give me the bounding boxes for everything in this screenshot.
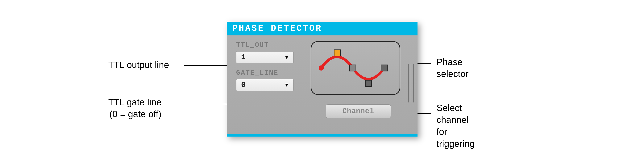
annotation-phase-selector: Phase selector <box>436 56 469 80</box>
phase-selector[interactable] <box>311 41 400 95</box>
annotation-ttl-gate: TTL gate line (0 = gate off) <box>108 96 162 120</box>
sine-wave-icon <box>312 42 400 94</box>
phase-detector-panel: PHASE DETECTOR TTL_OUT 1 ▼ GATE_LINE 0 <box>227 22 418 136</box>
bottom-accent-bar <box>227 134 418 136</box>
panel-title: PHASE DETECTOR <box>232 24 322 34</box>
svg-rect-3 <box>365 80 372 87</box>
chevron-down-icon: ▼ <box>284 54 290 60</box>
ttl-out-value: 1 <box>241 53 246 61</box>
svg-rect-4 <box>381 65 387 71</box>
resize-grip-icon[interactable] <box>408 64 414 103</box>
annotation-ttl-output: TTL output line <box>108 59 169 71</box>
chevron-down-icon: ▼ <box>284 82 290 88</box>
ttl-out-dropdown[interactable]: 1 ▼ <box>236 51 294 63</box>
channel-button-label: Channel <box>342 107 374 115</box>
gate-line-dropdown[interactable]: 0 ▼ <box>236 79 294 91</box>
svg-rect-1 <box>334 50 340 56</box>
channel-button[interactable]: Channel <box>326 104 391 118</box>
gate-line-value: 0 <box>241 81 246 89</box>
title-bar: PHASE DETECTOR <box>227 22 418 35</box>
annotation-line <box>184 65 233 66</box>
svg-rect-2 <box>350 65 356 71</box>
svg-point-0 <box>318 65 324 70</box>
panel-body: TTL_OUT 1 ▼ GATE_LINE 0 ▼ <box>227 35 418 134</box>
annotation-select-channel: Select channel for triggering <box>436 102 475 150</box>
annotation-line <box>179 104 233 104</box>
